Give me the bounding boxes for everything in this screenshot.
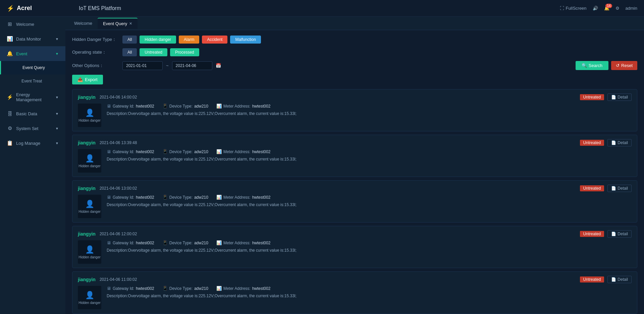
filter-type-alarm[interactable]: Alarm xyxy=(179,36,199,44)
gateway-icon-0: 🖥 xyxy=(107,104,111,109)
event-thumbnail-0: 👤 Hidden danger xyxy=(78,104,101,127)
event-card-body-0: 👤 Hidden danger 🖥 Gateway Id: hwtest002 … xyxy=(78,104,632,127)
detail-button-3[interactable]: 📄 Detail xyxy=(607,230,632,238)
arrow-icon-event: ▼ xyxy=(55,52,59,56)
detail-button-4[interactable]: 📄 Detail xyxy=(607,276,632,283)
detail-icon-3: 📄 xyxy=(611,232,616,236)
filter-type-malfunction[interactable]: Malfunction xyxy=(230,36,261,44)
meter-val-0: hwtest002 xyxy=(252,104,271,109)
reset-button[interactable]: ↺ Reset xyxy=(611,61,637,70)
meta-meter-1: 📊 Meter Address: hwtest002 xyxy=(216,149,270,154)
sidebar-item-system-set[interactable]: ⚙ System Set ▼ xyxy=(0,121,65,136)
gateway-val-2: hwtest002 xyxy=(136,195,154,200)
filter-type-all[interactable]: All xyxy=(122,36,137,44)
filter-type-hidden-danger[interactable]: Hidden danger xyxy=(140,36,176,44)
event-details-1: 🖥 Gateway Id: hwtest002 📱 Device Type: a… xyxy=(107,149,632,162)
thumb-label-0: Hidden danger xyxy=(78,119,101,122)
filter-state-all[interactable]: All xyxy=(122,48,137,56)
meta-meter-0: 📊 Meter Address: hwtest002 xyxy=(216,104,270,109)
sidebar-label-energy-management: Energy Management xyxy=(16,92,52,102)
sidebar-item-event-treat[interactable]: Event Treat xyxy=(0,74,65,88)
event-details-2: 🖥 Gateway Id: hwtest002 📱 Device Type: a… xyxy=(107,195,632,208)
detail-icon-0: 📄 xyxy=(611,95,616,100)
gateway-val-0: hwtest002 xyxy=(136,104,154,109)
filter-state-processed[interactable]: Processed xyxy=(170,48,199,56)
thumb-label-2: Hidden danger xyxy=(78,210,101,213)
sidebar-icon-energy-management: ⚡ xyxy=(7,94,13,100)
thumb-icon-0: 👤 xyxy=(85,109,94,117)
detail-button-0[interactable]: 📄 Detail xyxy=(607,93,632,101)
detail-button-1[interactable]: 📄 Detail xyxy=(607,139,632,146)
thumb-icon-1: 👤 xyxy=(85,154,94,163)
thumb-icon-2: 👤 xyxy=(85,200,94,208)
date-to-input[interactable] xyxy=(172,61,212,70)
event-name-3[interactable]: jiangyin xyxy=(78,231,96,237)
event-details-3: 🖥 Gateway Id: hwtest002 📱 Device Type: a… xyxy=(107,240,632,253)
event-name-0[interactable]: jiangyin xyxy=(78,95,96,100)
fullscreen-icon: ⛶ xyxy=(560,6,564,11)
detail-icon-2: 📄 xyxy=(611,186,616,191)
arrow-icon-data-monitor: ▼ xyxy=(55,37,59,41)
arrow-icon-energy-management: ▼ xyxy=(55,96,59,99)
device-val-1: adw210 xyxy=(194,149,208,154)
event-card: jiangyin 2021-04-06 13:00:02 Untreated 📄… xyxy=(72,180,637,223)
event-name-2[interactable]: jiangyin xyxy=(78,186,96,191)
fullscreen-button[interactable]: ⛶ FullScreen xyxy=(560,6,586,11)
main: WelcomeEvent Query✕ Hidden Danger Type： … xyxy=(65,17,644,314)
event-name-1[interactable]: jiangyin xyxy=(78,140,96,145)
speaker-button[interactable]: 🔊 xyxy=(593,6,598,11)
filter-state-untreated[interactable]: Untreated xyxy=(140,48,167,56)
date-from-input[interactable] xyxy=(122,61,163,70)
sidebar-item-event-query[interactable]: Event Query xyxy=(0,61,65,74)
sidebar-item-welcome[interactable]: ⊞ Welcome xyxy=(0,17,65,32)
event-card-right-4: Untreated 📄 Detail xyxy=(580,276,632,283)
meta-device-2: 📱 Device Type: adw210 xyxy=(162,195,208,200)
sidebar-item-event[interactable]: 🔔 Event ▼ xyxy=(0,46,65,61)
event-details-4: 🖥 Gateway Id: hwtest002 📱 Device Type: a… xyxy=(107,286,632,299)
app-title: IoT EMS Platform xyxy=(72,5,560,11)
notification-button[interactable]: 🔔 14 xyxy=(604,6,609,11)
content-area: Hidden Danger Type： AllHidden dangerAlar… xyxy=(65,30,644,314)
filter-type-accident[interactable]: Accident xyxy=(202,36,227,44)
filter-row-state: Operating state： AllUntreatedProcessed xyxy=(72,48,637,56)
sidebar-label-event: Event xyxy=(16,51,27,56)
search-button[interactable]: 🔍 Search xyxy=(576,61,608,70)
event-desc-1: Description:Overvoltage alarm, the volta… xyxy=(107,156,632,162)
meter-val-2: hwtest002 xyxy=(252,195,271,200)
meta-device-1: 📱 Device Type: adw210 xyxy=(162,149,208,154)
sidebar-item-data-monitor[interactable]: 📊 Data Monitor ▼ xyxy=(0,32,65,46)
reset-icon: ↺ xyxy=(616,63,620,68)
tab-close-event-query[interactable]: ✕ xyxy=(129,21,132,26)
logo: ⚡ Acrel xyxy=(7,5,72,12)
meter-icon-2: 📊 xyxy=(216,195,222,200)
sidebar-item-energy-management[interactable]: ⚡ Energy Management ▼ xyxy=(0,88,65,107)
gateway-icon-4: 🖥 xyxy=(107,286,111,291)
tab-event-query[interactable]: Event Query✕ xyxy=(98,18,138,29)
calendar-icon[interactable]: 📅 xyxy=(216,63,221,68)
sidebar-label-event-treat: Event Treat xyxy=(21,79,42,83)
event-card: jiangyin 2021-04-06 13:39:48 Untreated 📄… xyxy=(72,135,637,177)
event-name-4[interactable]: jiangyin xyxy=(78,277,96,282)
tab-welcome[interactable]: Welcome xyxy=(69,18,98,28)
device-val-0: adw210 xyxy=(194,104,208,109)
status-badge-2: Untreated xyxy=(580,185,604,191)
meta-device-4: 📱 Device Type: adw210 xyxy=(162,286,208,291)
meter-val-4: hwtest002 xyxy=(252,286,271,291)
export-button[interactable]: 📤 Export xyxy=(72,75,103,84)
arrow-icon-log-manage: ▼ xyxy=(55,141,59,145)
tab-label-welcome: Welcome xyxy=(74,21,92,26)
detail-button-2[interactable]: 📄 Detail xyxy=(607,185,632,192)
event-time-1: 2021-04-06 13:39:48 xyxy=(100,140,137,145)
detail-icon-1: 📄 xyxy=(611,140,616,145)
logo-icon: ⚡ xyxy=(7,5,14,12)
sidebar-item-basic-data[interactable]: 🗄 Basic Data ▼ xyxy=(0,107,65,121)
filter-state-label: Operating state： xyxy=(72,49,119,55)
thumb-icon-3: 👤 xyxy=(85,245,94,254)
event-card-header-2: jiangyin 2021-04-06 13:00:02 Untreated 📄… xyxy=(78,185,632,192)
event-card-right-2: Untreated 📄 Detail xyxy=(580,185,632,192)
meta-gateway-0: 🖥 Gateway Id: hwtest002 xyxy=(107,104,154,109)
event-card-right-1: Untreated 📄 Detail xyxy=(580,139,632,146)
sidebar-item-log-manage[interactable]: 📋 Log Manage ▼ xyxy=(0,136,65,150)
status-badge-3: Untreated xyxy=(580,231,604,237)
settings-button[interactable]: ⚙ xyxy=(615,6,620,11)
